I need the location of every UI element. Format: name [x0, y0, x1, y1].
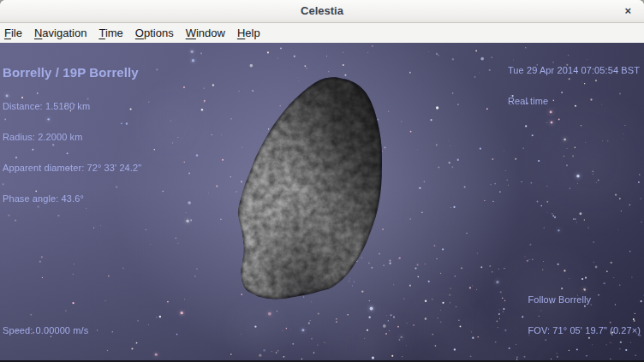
menu-window[interactable]: Window	[180, 24, 231, 42]
datetime-text: Tue 29 Apr 2014 07:05:54 BST	[508, 65, 640, 75]
selection-radius: Radius: 2.2000 km	[3, 132, 141, 142]
space-viewport[interactable]: Borrelly / 19P Borrelly Distance: 1.5180…	[0, 43, 644, 362]
menu-help[interactable]: Help	[231, 24, 266, 42]
window-title: Celestia	[0, 0, 644, 22]
menu-navigation[interactable]: Navigation	[28, 24, 92, 42]
speed-text: Speed: 0.00000 m/s	[3, 325, 88, 335]
borrelly-nucleus[interactable]	[214, 68, 394, 308]
menu-file[interactable]: File	[0, 24, 28, 42]
menu-options[interactable]: Options	[129, 24, 180, 42]
selection-phase-angle: Phase angle: 43.6°	[3, 193, 141, 204]
selection-apparent-diameter: Apparent diameter: 72° 33' 24.2"	[3, 163, 141, 173]
follow-fov-info: Follow Borrelly FOV: 71° 05' 19.7" (0.27…	[528, 274, 641, 356]
close-icon[interactable]: ×	[622, 0, 634, 22]
titlebar[interactable]: Celestia ×	[0, 0, 644, 23]
selection-info: Borrelly / 19P Borrelly Distance: 1.5180…	[3, 45, 141, 224]
fov-text: FOV: 71° 05' 19.7" (0.27×)	[528, 325, 641, 335]
celestia-window: Celestia × File Navigation Time Options …	[0, 0, 644, 362]
time-mode-text: Real time	[508, 96, 640, 106]
follow-mode-text: Follow Borrelly	[528, 294, 641, 305]
menu-bar: File Navigation Time Options Window Help	[0, 23, 644, 43]
datetime-info: Tue 29 Apr 2014 07:05:54 BST Real time	[508, 45, 640, 127]
menu-time[interactable]: Time	[92, 24, 128, 42]
selection-distance: Distance: 1.5180 km	[3, 101, 141, 111]
selection-title: Borrelly / 19P Borrelly	[3, 65, 141, 80]
speed-info: Speed: 0.00000 m/s	[3, 305, 88, 356]
